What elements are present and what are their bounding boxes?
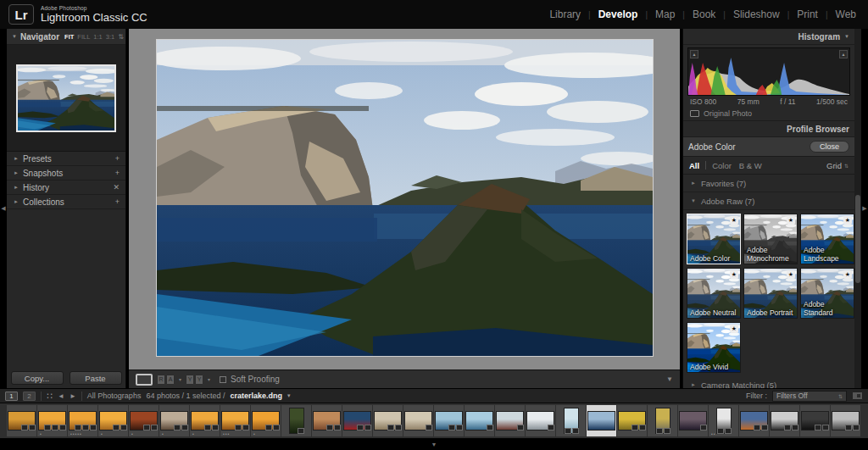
panel-section-collections[interactable]: ►Collections+ bbox=[7, 195, 125, 209]
favorite-star-badge[interactable]: ★ bbox=[787, 216, 795, 225]
adjustment-badge-icon[interactable] bbox=[181, 425, 188, 431]
adjustment-badge-icon[interactable] bbox=[448, 425, 455, 431]
filmstrip-thumbnail[interactable] bbox=[717, 408, 731, 433]
section-action-icon[interactable]: + bbox=[115, 169, 120, 177]
favorite-star-badge[interactable]: ★ bbox=[843, 270, 852, 279]
adjustment-badge-icon[interactable] bbox=[487, 425, 493, 431]
module-slideshow[interactable]: Slideshow bbox=[733, 8, 780, 20]
navigator-thumbnail[interactable] bbox=[16, 64, 116, 132]
panel-section-presets[interactable]: ►Presets+ bbox=[7, 152, 125, 166]
filmstrip-thumbnail[interactable] bbox=[565, 408, 578, 433]
section-action-icon[interactable]: + bbox=[115, 197, 120, 206]
filmstrip-cell[interactable] bbox=[587, 405, 616, 436]
filmstrip-cell[interactable] bbox=[770, 405, 799, 436]
adjustment-badge-icon[interactable] bbox=[90, 425, 97, 431]
adjustment-badge-icon[interactable] bbox=[822, 425, 829, 431]
paste-button[interactable]: Paste bbox=[70, 371, 122, 385]
filmstrip-cell[interactable] bbox=[465, 405, 494, 436]
filmstrip-cell[interactable]: • bbox=[129, 405, 159, 436]
filter-tab-bw[interactable]: B & W bbox=[739, 161, 762, 170]
filter-lock-icon[interactable] bbox=[852, 392, 863, 400]
before-view-icon[interactable]: Y bbox=[186, 375, 194, 385]
main-photo[interactable] bbox=[157, 40, 653, 356]
adjustment-badge-icon[interactable] bbox=[204, 425, 211, 431]
adjustment-badge-icon[interactable] bbox=[426, 425, 432, 431]
left-panel-collapse-arrow[interactable]: ◀ bbox=[0, 29, 7, 388]
adjustment-badge-icon[interactable] bbox=[517, 425, 524, 431]
filmstrip-cell[interactable] bbox=[556, 405, 586, 436]
adjustment-badge-icon[interactable] bbox=[334, 425, 341, 431]
module-library[interactable]: Library bbox=[549, 8, 581, 20]
histogram-header[interactable]: Histogram ▼ bbox=[683, 29, 854, 45]
filmstrip-cell[interactable]: • bbox=[98, 405, 128, 436]
panel-section-history[interactable]: ►History✕ bbox=[7, 181, 125, 195]
adjustment-badge-icon[interactable] bbox=[792, 425, 798, 431]
filmstrip-thumbnail[interactable] bbox=[832, 412, 859, 430]
profile-landscape[interactable]: ★Adobe Landscape bbox=[800, 214, 854, 264]
favorite-star-badge[interactable]: ★ bbox=[787, 270, 795, 279]
profile-color[interactable]: ★Adobe Color bbox=[687, 214, 741, 264]
favorite-star-badge[interactable]: ★ bbox=[730, 270, 738, 279]
filmstrip-cell[interactable]: • bbox=[190, 405, 220, 436]
filmstrip-thumbnail[interactable] bbox=[497, 412, 523, 430]
filmstrip-cell[interactable] bbox=[7, 405, 36, 436]
filmstrip-thumbnail[interactable] bbox=[741, 412, 767, 430]
close-button[interactable]: Close bbox=[810, 141, 849, 153]
group-adobe-raw[interactable]: ▼ Adobe Raw (7) bbox=[683, 192, 854, 210]
main-window-button[interactable]: 1 bbox=[5, 392, 18, 401]
filmstrip-thumbnail[interactable] bbox=[619, 412, 645, 430]
before-after-dropdown-icon[interactable]: ▾ bbox=[208, 376, 210, 382]
filmstrip-cell[interactable]: •• bbox=[709, 405, 738, 436]
filmstrip-thumbnail[interactable] bbox=[680, 412, 706, 430]
adjustment-badge-icon[interactable] bbox=[456, 425, 463, 431]
adjustment-badge-icon[interactable] bbox=[700, 425, 707, 431]
adjustment-badge-icon[interactable] bbox=[845, 425, 852, 431]
filmstrip-thumbnail[interactable] bbox=[70, 412, 96, 430]
right-panel-scrollbar[interactable] bbox=[854, 29, 861, 388]
previous-photo-icon[interactable]: ◄ bbox=[58, 392, 64, 400]
filmstrip-thumbnail[interactable] bbox=[405, 412, 431, 430]
filmstrip-thumbnail[interactable] bbox=[161, 412, 187, 430]
adjustment-badge-icon[interactable] bbox=[815, 425, 821, 431]
filmstrip-cell[interactable] bbox=[648, 405, 677, 436]
selected-filename[interactable]: craterlake.dng bbox=[230, 392, 282, 400]
zoom-mode-31[interactable]: 3:1 bbox=[106, 33, 114, 41]
filmstrip-cell[interactable]: • bbox=[37, 405, 67, 436]
filmstrip-thumbnail[interactable] bbox=[290, 408, 303, 433]
navigator-header[interactable]: ▼ Navigator FITFILL1:13:1 ⇅ bbox=[7, 29, 125, 45]
section-action-icon[interactable]: ✕ bbox=[113, 183, 120, 192]
adjustment-badge-icon[interactable] bbox=[572, 428, 579, 434]
filmstrip-thumbnail[interactable] bbox=[588, 412, 615, 430]
filmstrip-cell[interactable] bbox=[800, 405, 830, 436]
after-view-icon[interactable]: Y bbox=[195, 375, 203, 385]
profile-vivid[interactable]: ★Adobe Vivid bbox=[687, 322, 741, 373]
filmstrip-cell[interactable] bbox=[526, 405, 555, 436]
profile-neutral[interactable]: ★Adobe Neutral bbox=[687, 268, 741, 319]
adjustment-badge-icon[interactable] bbox=[565, 428, 571, 434]
filmstrip-thumbnail[interactable] bbox=[375, 412, 401, 430]
before-after-icons[interactable]: Y Y bbox=[186, 375, 203, 385]
adjustment-badge-icon[interactable] bbox=[151, 425, 158, 431]
adjustment-badge-icon[interactable] bbox=[113, 425, 120, 431]
profile-portrait[interactable]: ★Adobe Portrait bbox=[743, 268, 798, 319]
filmstrip-cell[interactable] bbox=[373, 405, 403, 436]
adjustment-badge-icon[interactable] bbox=[784, 425, 791, 431]
filmstrip-cell[interactable] bbox=[312, 405, 342, 436]
module-book[interactable]: Book bbox=[693, 8, 715, 20]
adjustment-badge-icon[interactable] bbox=[298, 428, 304, 434]
adjustment-badge-icon[interactable] bbox=[75, 425, 81, 431]
adjustment-badge-icon[interactable] bbox=[82, 425, 89, 431]
filmstrip-thumbnail[interactable] bbox=[8, 412, 35, 430]
filmstrip-cell[interactable] bbox=[342, 405, 372, 436]
adjustment-badge-icon[interactable] bbox=[761, 425, 768, 431]
favorite-star-badge[interactable]: ★ bbox=[730, 216, 738, 225]
filmstrip-cell[interactable]: ••• bbox=[220, 405, 250, 436]
filmstrip-thumbnail[interactable] bbox=[192, 412, 218, 430]
source-label[interactable]: All Photographs bbox=[87, 392, 142, 400]
filter-dropdown[interactable]: Filters Off ⇅ bbox=[772, 391, 847, 402]
adjustment-badge-icon[interactable] bbox=[725, 428, 732, 434]
adjustment-badge-icon[interactable] bbox=[853, 425, 860, 431]
module-print[interactable]: Print bbox=[797, 8, 818, 20]
reference-view-left-icon[interactable]: R bbox=[157, 375, 165, 385]
filmstrip-cell[interactable] bbox=[831, 405, 860, 436]
